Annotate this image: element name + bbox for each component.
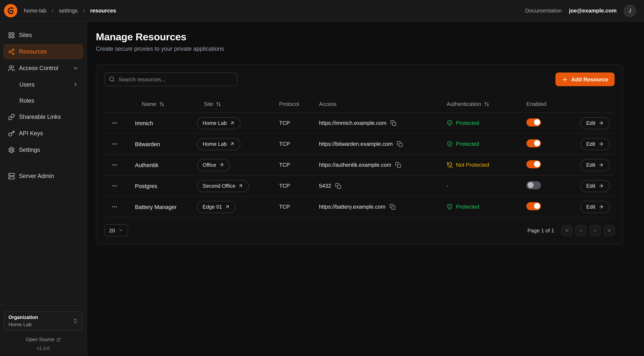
chevron-left-icon xyxy=(578,228,584,233)
row-actions-button[interactable] xyxy=(109,160,120,170)
row-actions-button[interactable] xyxy=(109,139,120,149)
avatar[interactable]: J xyxy=(624,5,636,17)
toggle-knob xyxy=(534,140,540,146)
sort-by-site-button[interactable]: Site xyxy=(197,101,221,107)
authentication-status: Protected xyxy=(456,141,479,147)
breadcrumb-org[interactable]: home-lab xyxy=(24,8,46,14)
toggle-knob xyxy=(534,119,540,125)
version-label: v1.3.0 xyxy=(4,346,82,351)
chevron-down-icon xyxy=(118,228,124,233)
site-link[interactable]: Office xyxy=(197,159,230,171)
access-url: https://authentik.example.com xyxy=(319,162,391,168)
main-content: Manage Resources Create secure proxies t… xyxy=(87,22,644,356)
sidebar-item-label: Roles xyxy=(19,97,34,104)
resource-name: Authentik xyxy=(135,162,197,168)
edit-label: Edit xyxy=(586,204,595,210)
enabled-toggle[interactable] xyxy=(526,160,541,168)
enabled-toggle[interactable] xyxy=(526,118,541,126)
edit-button[interactable]: Edit xyxy=(580,138,610,150)
access-port: 5432 xyxy=(319,183,331,189)
sidebar-item-resources[interactable]: Resources xyxy=(3,44,83,59)
enabled-toggle[interactable] xyxy=(526,202,541,210)
access-url: https://bitwarden.example.com xyxy=(319,141,393,147)
pangolin-logo[interactable] xyxy=(4,4,17,17)
protocol-value: TCP xyxy=(279,183,319,189)
protocol-value: TCP xyxy=(279,141,319,147)
page-size-select[interactable]: 20 xyxy=(104,224,128,236)
server-icon xyxy=(8,173,15,180)
previous-page-button[interactable] xyxy=(576,225,586,236)
sidebar-item-roles[interactable]: Roles xyxy=(3,93,83,108)
sort-by-name-button[interactable]: Name xyxy=(135,101,164,107)
sidebar-item-label: Settings xyxy=(19,146,40,153)
arrow-up-right-icon xyxy=(225,204,230,210)
arrow-up-right-icon xyxy=(230,120,235,126)
toggle-knob xyxy=(534,161,540,167)
copy-button[interactable] xyxy=(395,162,401,168)
organization-picker[interactable]: Organization Home Lab xyxy=(4,312,82,331)
open-source-link[interactable]: Open Source xyxy=(4,337,82,342)
sidebar: Sites Resources Access Control Users Rol… xyxy=(0,22,87,356)
sidebar-item-api-keys[interactable]: API Keys xyxy=(3,126,83,141)
table-row: Authentik Office TCP https://authentik.e… xyxy=(104,155,614,176)
row-actions-button[interactable] xyxy=(109,202,120,212)
page-info: Page 1 of 1 xyxy=(528,228,554,234)
last-page-button[interactable] xyxy=(604,225,614,236)
add-resource-button[interactable]: Add Resource xyxy=(556,72,614,86)
sort-by-authentication-button[interactable]: Authentication xyxy=(447,101,489,107)
sidebar-item-shareable-links[interactable]: Shareable Links xyxy=(3,109,83,124)
enabled-toggle[interactable] xyxy=(526,139,541,147)
site-link[interactable]: Home Lab xyxy=(197,138,240,150)
site-link[interactable]: Edge 01 xyxy=(197,201,236,213)
row-actions-button[interactable] xyxy=(109,181,120,191)
column-header-authentication: Authentication xyxy=(447,101,481,107)
copy-button[interactable] xyxy=(335,183,341,189)
authentication-status: - xyxy=(447,183,448,189)
edit-button[interactable]: Edit xyxy=(580,201,610,213)
table-row: Postgres Second Office TCP 5432 - Edit xyxy=(104,176,614,196)
edit-button[interactable]: Edit xyxy=(580,180,610,192)
edit-button[interactable]: Edit xyxy=(580,159,610,171)
sort-icon xyxy=(484,102,489,107)
arrow-right-icon xyxy=(598,162,604,168)
arrow-up-right-icon xyxy=(238,183,244,188)
gear-icon xyxy=(8,146,15,153)
chevron-right-icon xyxy=(72,81,78,88)
column-header-access: Access xyxy=(319,101,447,107)
copy-icon xyxy=(395,162,401,168)
sidebar-footer: Organization Home Lab Open Source v1.3.0 xyxy=(0,306,86,356)
edit-button[interactable]: Edit xyxy=(580,117,610,129)
pagination: Page 1 of 1 xyxy=(528,225,615,236)
first-page-button[interactable] xyxy=(562,225,572,236)
documentation-link[interactable]: Documentation xyxy=(525,8,562,14)
sidebar-item-access-control[interactable]: Access Control xyxy=(3,60,83,76)
sidebar-item-users[interactable]: Users xyxy=(3,77,83,92)
breadcrumb-settings[interactable]: settings xyxy=(59,8,78,14)
table-header: Name Site Protocol Access Authentication… xyxy=(104,96,614,113)
enabled-toggle[interactable] xyxy=(526,181,541,189)
edit-label: Edit xyxy=(586,120,595,126)
copy-button[interactable] xyxy=(389,204,395,210)
site-link[interactable]: Second Office xyxy=(197,180,249,192)
sidebar-item-label: API Keys xyxy=(19,130,43,136)
copy-button[interactable] xyxy=(397,141,403,147)
copy-button[interactable] xyxy=(390,120,396,126)
sidebar-item-sites[interactable]: Sites xyxy=(3,28,83,43)
sidebar-item-server-admin[interactable]: Server Admin xyxy=(3,168,83,184)
arrow-up-right-icon xyxy=(230,141,235,146)
resource-name: Battery Manager xyxy=(135,204,197,210)
site-link[interactable]: Home Lab xyxy=(197,117,240,129)
row-actions-button[interactable] xyxy=(109,118,120,128)
column-header-site: Site xyxy=(204,101,213,107)
arrow-right-icon xyxy=(598,141,604,146)
next-page-button[interactable] xyxy=(590,225,600,236)
copy-icon xyxy=(390,120,396,126)
search-input[interactable] xyxy=(104,72,237,86)
waypoints-icon xyxy=(8,48,15,55)
shield-check-icon xyxy=(447,120,453,126)
arrow-up-right-icon xyxy=(219,162,224,168)
user-email[interactable]: joe@example.com xyxy=(569,8,616,14)
chevron-down-icon xyxy=(72,65,78,71)
sidebar-item-settings[interactable]: Settings xyxy=(3,142,83,158)
ellipsis-icon xyxy=(112,141,118,147)
